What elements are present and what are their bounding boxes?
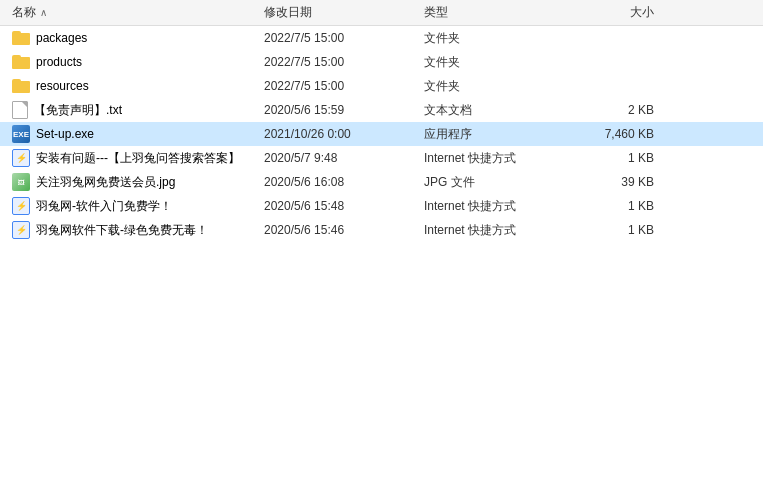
url-icon: ⚡ bbox=[12, 149, 30, 167]
cell-type: Internet 快捷方式 bbox=[424, 222, 564, 239]
url-icon: ⚡ bbox=[12, 197, 30, 215]
cell-type: Internet 快捷方式 bbox=[424, 198, 564, 215]
table-row[interactable]: products 2022/7/5 15:00 文件夹 bbox=[0, 50, 763, 74]
folder-icon bbox=[12, 55, 30, 69]
table-row[interactable]: 🖼 关注羽兔网免费送会员.jpg 2020/5/6 16:08 JPG 文件 3… bbox=[0, 170, 763, 194]
file-name: 羽兔网软件下载-绿色免费无毒！ bbox=[36, 222, 208, 239]
cell-type: 应用程序 bbox=[424, 126, 564, 143]
cell-type: JPG 文件 bbox=[424, 174, 564, 191]
cell-name: ⚡ 羽兔网-软件入门免费学！ bbox=[4, 197, 264, 215]
exe-icon: EXE bbox=[12, 125, 30, 143]
file-name: packages bbox=[36, 31, 87, 45]
col-name-header[interactable]: 名称 ∧ bbox=[4, 4, 264, 21]
cell-name: 🖼 关注羽兔网免费送会员.jpg bbox=[4, 173, 264, 191]
col-date-header[interactable]: 修改日期 bbox=[264, 4, 424, 21]
file-name: products bbox=[36, 55, 82, 69]
table-row[interactable]: ⚡ 羽兔网软件下载-绿色免费无毒！ 2020/5/6 15:46 Interne… bbox=[0, 218, 763, 242]
sort-arrow-icon: ∧ bbox=[40, 7, 47, 18]
cell-type: 文件夹 bbox=[424, 30, 564, 47]
file-name: resources bbox=[36, 79, 89, 93]
cell-type: 文件夹 bbox=[424, 78, 564, 95]
cell-size: 2 KB bbox=[564, 103, 664, 117]
file-explorer: 名称 ∧ 修改日期 类型 大小 packages 2022/7/5 15:00 … bbox=[0, 0, 763, 501]
cell-name: ⚡ 羽兔网软件下载-绿色免费无毒！ bbox=[4, 221, 264, 239]
folder-icon bbox=[12, 31, 30, 45]
col-type-header[interactable]: 类型 bbox=[424, 4, 564, 21]
file-name: 【免责声明】.txt bbox=[34, 102, 122, 119]
file-list: packages 2022/7/5 15:00 文件夹 products 202… bbox=[0, 26, 763, 501]
table-row[interactable]: 【免责声明】.txt 2020/5/6 15:59 文本文档 2 KB bbox=[0, 98, 763, 122]
table-row[interactable]: packages 2022/7/5 15:00 文件夹 bbox=[0, 26, 763, 50]
cell-name: resources bbox=[4, 79, 264, 93]
table-row[interactable]: ⚡ 羽兔网-软件入门免费学！ 2020/5/6 15:48 Internet 快… bbox=[0, 194, 763, 218]
table-row[interactable]: resources 2022/7/5 15:00 文件夹 bbox=[0, 74, 763, 98]
cell-type: Internet 快捷方式 bbox=[424, 150, 564, 167]
cell-date: 2022/7/5 15:00 bbox=[264, 31, 424, 45]
cell-name: 【免责声明】.txt bbox=[4, 101, 264, 119]
cell-type: 文本文档 bbox=[424, 102, 564, 119]
cell-type: 文件夹 bbox=[424, 54, 564, 71]
file-name: 羽兔网-软件入门免费学！ bbox=[36, 198, 172, 215]
url-icon: ⚡ bbox=[12, 221, 30, 239]
cell-size: 7,460 KB bbox=[564, 127, 664, 141]
cell-name: products bbox=[4, 55, 264, 69]
txt-icon bbox=[12, 101, 28, 119]
cell-date: 2020/5/6 15:46 bbox=[264, 223, 424, 237]
file-name: Set-up.exe bbox=[36, 127, 94, 141]
cell-size: 39 KB bbox=[564, 175, 664, 189]
col-name-label: 名称 bbox=[12, 4, 36, 21]
cell-name: packages bbox=[4, 31, 264, 45]
cell-name: EXE Set-up.exe bbox=[4, 125, 264, 143]
col-size-header[interactable]: 大小 bbox=[564, 4, 664, 21]
jpg-icon: 🖼 bbox=[12, 173, 30, 191]
cell-date: 2021/10/26 0:00 bbox=[264, 127, 424, 141]
file-name: 安装有问题---【上羽兔问答搜索答案】 bbox=[36, 150, 240, 167]
cell-size: 1 KB bbox=[564, 151, 664, 165]
cell-size: 1 KB bbox=[564, 199, 664, 213]
folder-icon bbox=[12, 79, 30, 93]
cell-date: 2020/5/6 16:08 bbox=[264, 175, 424, 189]
column-header: 名称 ∧ 修改日期 类型 大小 bbox=[0, 0, 763, 26]
table-row[interactable]: ⚡ 安装有问题---【上羽兔问答搜索答案】 2020/5/7 9:48 Inte… bbox=[0, 146, 763, 170]
cell-date: 2020/5/6 15:48 bbox=[264, 199, 424, 213]
file-name: 关注羽兔网免费送会员.jpg bbox=[36, 174, 175, 191]
table-row[interactable]: EXE Set-up.exe 2021/10/26 0:00 应用程序 7,46… bbox=[0, 122, 763, 146]
cell-date: 2020/5/6 15:59 bbox=[264, 103, 424, 117]
cell-name: ⚡ 安装有问题---【上羽兔问答搜索答案】 bbox=[4, 149, 264, 167]
cell-size: 1 KB bbox=[564, 223, 664, 237]
cell-date: 2020/5/7 9:48 bbox=[264, 151, 424, 165]
cell-date: 2022/7/5 15:00 bbox=[264, 79, 424, 93]
cell-date: 2022/7/5 15:00 bbox=[264, 55, 424, 69]
